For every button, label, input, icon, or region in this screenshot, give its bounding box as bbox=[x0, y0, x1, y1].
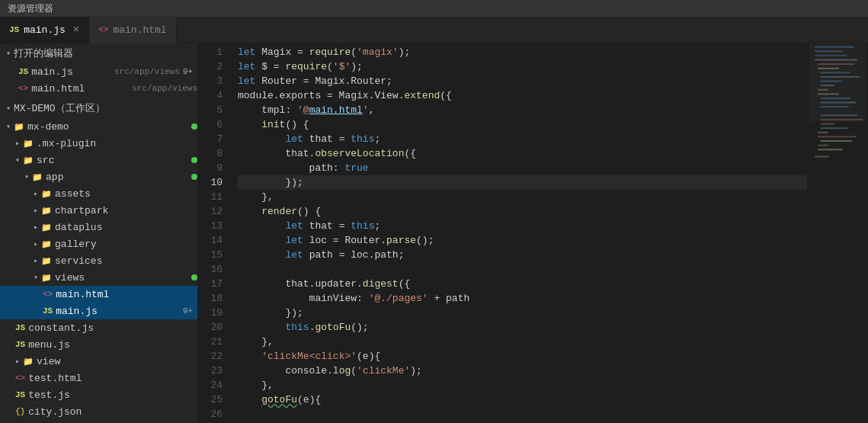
tree-main-js-badge: 9+ bbox=[183, 306, 193, 316]
folder-icon-dataplus: 📁 bbox=[41, 223, 52, 232]
code-line-5: tmpl: '@main.html', bbox=[238, 103, 807, 117]
ln-22: 22 bbox=[204, 349, 223, 364]
js-icon-test: JS bbox=[15, 390, 25, 399]
tree-view[interactable]: ▸ 📁 view bbox=[0, 353, 197, 370]
tab-main-html[interactable]: <> main.html bbox=[89, 17, 176, 43]
badge-green-app bbox=[191, 174, 197, 180]
tree-app[interactable]: ▾ 📁 app bbox=[0, 168, 197, 185]
tree-mx-plugin-label: .mx-plugin bbox=[37, 138, 197, 149]
chevron-mx-demo: ▾ bbox=[6, 122, 11, 131]
tree-main-js[interactable]: JS main.js 9+ bbox=[0, 303, 197, 319]
open-editor-main-js[interactable]: JS main.js src/app/views 9+ bbox=[0, 63, 197, 80]
tree-services-label: services bbox=[55, 255, 197, 267]
main-content: ▾ 打开的编辑器 JS main.js src/app/views 9+ <> … bbox=[0, 43, 868, 423]
tree-mx-demo[interactable]: ▾ 📁 mx-demo bbox=[0, 118, 197, 135]
open-editor-main-js-label: main.js bbox=[31, 66, 114, 78]
svg-rect-25 bbox=[809, 43, 866, 122]
code-line-25: gotoFu(e){ bbox=[238, 393, 807, 407]
tree-dataplus-label: dataplus bbox=[55, 222, 197, 233]
ln-21: 21 bbox=[204, 335, 223, 349]
tree-app-label: app bbox=[46, 171, 188, 183]
folder-icon-assets: 📁 bbox=[41, 189, 52, 199]
tab-html-icon: <> bbox=[98, 25, 108, 34]
tree-test-html[interactable]: <> test.html bbox=[0, 370, 197, 386]
tree-dataplus[interactable]: ▸ 📁 dataplus bbox=[0, 219, 197, 236]
open-editors-header[interactable]: ▾ 打开的编辑器 bbox=[0, 43, 197, 63]
tree-city-json-label: city.json bbox=[28, 406, 197, 418]
tree-constant-js[interactable]: JS constant.js bbox=[0, 319, 197, 336]
ln-14: 14 bbox=[204, 233, 223, 248]
code-line-9: path: true bbox=[238, 161, 807, 175]
tree-menu-js[interactable]: JS menu.js bbox=[0, 336, 197, 353]
code-line-26 bbox=[238, 407, 807, 421]
tree-assets[interactable]: ▸ 📁 assets bbox=[0, 185, 197, 202]
tree-chartpark[interactable]: ▸ 📁 chartpark bbox=[0, 202, 197, 219]
code-line-4: module.exports = Magix.View.extend({ bbox=[238, 88, 807, 103]
code-line-1: let Magix = require('magix'); bbox=[238, 45, 807, 59]
open-editors-label: 打开的编辑器 bbox=[14, 46, 73, 60]
tree-assets-label: assets bbox=[55, 188, 197, 200]
ln-17: 17 bbox=[204, 277, 223, 291]
code-line-24: }, bbox=[238, 378, 807, 393]
ln-18: 18 bbox=[204, 291, 223, 306]
code-editor[interactable]: let Magix = require('magix'); let $ = re… bbox=[229, 43, 807, 423]
tree-city-json[interactable]: {} city.json bbox=[0, 403, 197, 420]
folder-icon-services: 📁 bbox=[41, 256, 52, 266]
open-editor-main-html-path: src/app/views bbox=[132, 84, 197, 93]
code-line-14: let loc = Router.parse(); bbox=[238, 233, 807, 248]
code-line-2: let $ = require('$'); bbox=[238, 59, 807, 74]
code-line-23: console.log('clickMe'); bbox=[238, 364, 807, 378]
tab-main-js-label: main.js bbox=[24, 24, 66, 36]
badge-green-views bbox=[191, 274, 197, 280]
ln-7: 7 bbox=[204, 132, 223, 146]
code-line-21: }, bbox=[238, 335, 807, 349]
tree-mx-demo-label: mx-demo bbox=[27, 121, 188, 133]
tree-views[interactable]: ▾ 📁 views bbox=[0, 269, 197, 286]
open-editor-main-html[interactable]: <> main.html src/app/views bbox=[0, 80, 197, 97]
ln-3: 3 bbox=[204, 74, 223, 88]
tree-test-html-label: test.html bbox=[28, 373, 197, 384]
chevron-gallery: ▸ bbox=[34, 239, 38, 248]
tab-close-icon[interactable]: × bbox=[73, 24, 79, 36]
tree-services[interactable]: ▸ 📁 services bbox=[0, 252, 197, 269]
ln-25: 25 bbox=[204, 393, 223, 407]
code-line-7: let that = this; bbox=[238, 132, 807, 146]
editor-area[interactable]: 1 2 3 4 5 6 7 8 9 10 11 12 13 14 15 16 1… bbox=[198, 43, 868, 423]
chevron-src: ▾ bbox=[15, 155, 20, 165]
html-icon: <> bbox=[18, 84, 28, 93]
ln-19: 19 bbox=[204, 306, 223, 320]
title-label: 资源管理器 bbox=[8, 2, 53, 15]
code-line-18: mainView: '@./pages' + path bbox=[238, 291, 807, 306]
ln-5: 5 bbox=[204, 103, 223, 117]
tree-mx-plugin[interactable]: ▸ 📁 .mx-plugin bbox=[0, 135, 197, 152]
tree-test-js-label: test.js bbox=[28, 389, 197, 401]
ln-20: 20 bbox=[204, 320, 223, 335]
svg-rect-20 bbox=[818, 136, 857, 137]
chevron-chartpark: ▸ bbox=[34, 206, 38, 215]
tree-main-html[interactable]: <> main.html bbox=[0, 286, 197, 303]
workspace-header[interactable]: ▾ MX-DEMO（工作区） bbox=[0, 98, 197, 118]
code-line-3: let Router = Magix.Router; bbox=[238, 74, 807, 88]
tree-src[interactable]: ▾ 📁 src bbox=[0, 152, 197, 168]
tab-bar: JS main.js × <> main.html bbox=[0, 17, 868, 43]
ln-2: 2 bbox=[204, 59, 223, 74]
chevron-app: ▾ bbox=[24, 172, 29, 181]
ln-16: 16 bbox=[204, 262, 223, 277]
chevron-workspace: ▾ bbox=[6, 104, 11, 113]
title-bar: 资源管理器 bbox=[0, 0, 868, 17]
code-line-11: }, bbox=[238, 190, 807, 204]
open-editor-main-js-path: src/app/views bbox=[114, 67, 180, 76]
svg-rect-21 bbox=[821, 140, 853, 142]
code-line-16 bbox=[238, 262, 807, 277]
chevron-mx-plugin: ▸ bbox=[15, 139, 20, 148]
tab-main-js[interactable]: JS main.js × bbox=[0, 17, 89, 43]
tree-gallery[interactable]: ▸ 📁 gallery bbox=[0, 236, 197, 252]
tree-test-js[interactable]: JS test.js bbox=[0, 386, 197, 403]
html-icon-main: <> bbox=[43, 290, 53, 299]
minimap-svg bbox=[807, 43, 868, 423]
ln-13: 13 bbox=[204, 219, 223, 233]
ln-4: 4 bbox=[204, 88, 223, 103]
folder-icon-mx-plugin: 📁 bbox=[23, 139, 34, 149]
ln-24: 24 bbox=[204, 378, 223, 393]
folder-icon-app: 📁 bbox=[32, 172, 43, 182]
